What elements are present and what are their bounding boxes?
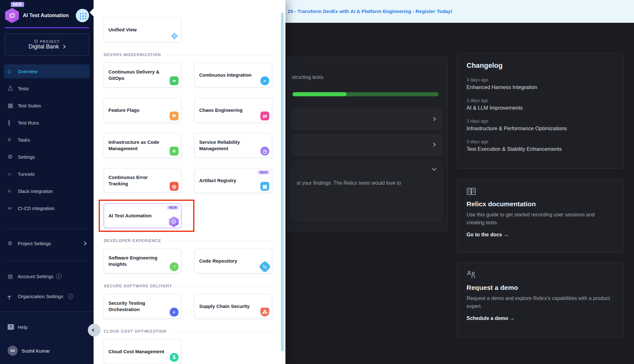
sidebar-collapse-handle[interactable] [88, 324, 101, 336]
sidebar-item-label: Account Settings [18, 274, 54, 279]
popover-scrollbar[interactable] [281, 13, 284, 351]
app-label: AI Test Automation [108, 213, 162, 219]
sidebar-item-tests[interactable]: Tests [4, 81, 90, 95]
grid-icon [80, 13, 81, 14]
request-demo-card: Request a demo Request a demo and explor… [457, 262, 624, 337]
chevron-right-icon [432, 143, 436, 147]
app-label: Cloud Cost Management [108, 348, 175, 355]
sidebar-item-organization-settings[interactable]: ┳ Organization Settings i [4, 287, 90, 306]
app-card-feature-flags[interactable]: Feature Flags ⚑ [104, 98, 181, 123]
sidebar-item-overview[interactable]: ⌂ Overview [4, 64, 90, 78]
user-menu[interactable]: SK Sushil Kumar [4, 344, 90, 358]
app-card-continuous-integration[interactable]: Continuous Integration ⌕ [194, 63, 272, 87]
app-label: Continuous Integration [199, 72, 262, 78]
app-card-cloud-cost-management[interactable]: Cloud Cost Management $ [104, 339, 181, 364]
gear-icon: ⚙ [8, 240, 18, 247]
onboarding-step-row-2[interactable] [292, 135, 442, 155]
app-card-continuous-error-tracking[interactable]: Continuous Error Tracking ◎ [104, 168, 181, 193]
app-card-chaos-engineering[interactable]: Chaos Engineering ⇄ [194, 98, 272, 123]
sidebar-item-help[interactable]: ? Help [4, 320, 90, 334]
sidebar-item-project-settings[interactable]: ⚙ Project Settings [4, 236, 90, 250]
changelog-entry-title: Infrastructure & Performance Optimizatio… [467, 125, 614, 131]
changelog-entry: 3 days ago Enhanced Harness Integration [467, 77, 614, 90]
app-card-supply-chain-security[interactable]: Supply Chain Security ⁂ [194, 294, 272, 319]
app-label: Supply Chain Security [199, 303, 260, 310]
expanded-step-text: st your findings. The Relicx team would … [297, 180, 401, 186]
pipeline-icon: ∞ [8, 205, 18, 212]
sidebar-header: AI Test Automation [4, 6, 89, 25]
help-chat-icon: ? [8, 324, 18, 330]
avatar: SK [8, 346, 18, 356]
project-name: Digital Bank [29, 43, 59, 50]
list-icon: ≡ [8, 137, 18, 143]
app-switcher-button[interactable] [76, 9, 89, 22]
app-card-continuous-delivery[interactable]: Continuous Delivery & GitOps ∞ [104, 63, 181, 87]
changelog-time: 3 days ago [467, 139, 614, 144]
cloud-cost-icon: $ [170, 353, 179, 362]
ai-test-automation-logo-icon [4, 8, 20, 23]
chevron-right-icon [62, 45, 66, 49]
sidebar-item-cicd-integration[interactable]: ∞ CI-CD integration [4, 201, 90, 215]
app-label: Software Engineering Insights [108, 255, 177, 268]
srm-icon: ◷ [260, 147, 269, 156]
supply-chain-icon: ⁂ [260, 308, 269, 316]
cube-icon [34, 39, 38, 43]
divider [4, 229, 89, 229]
app-root: 25 - Transform DevEx with AI & Platform … [0, 0, 634, 364]
app-label: Artifact Registry [199, 177, 247, 184]
onboarding-intro-text: structing tests. [292, 74, 324, 80]
app-card-service-reliability[interactable]: Service Reliability Management ◷ [194, 133, 272, 158]
sidebar-nav: ⌂ Overview Tests ▦ Test Suites ∥ Test Ru… [4, 64, 90, 218]
app-card-unified-view[interactable]: Unified View ❖ [104, 17, 181, 42]
app-card-code-repository[interactable]: Code Repository </> [194, 249, 272, 273]
sidebar-item-label: Project Settings [18, 241, 83, 246]
app-card-artifact-registry[interactable]: NEW Artifact Registry ▣ [194, 168, 272, 193]
cd-gitops-icon: ∞ [170, 76, 179, 85]
sidebar-item-test-suites[interactable]: ▦ Test Suites [4, 99, 90, 112]
app-card-software-engineering-insights[interactable]: Software Engineering Insights ◔ [104, 249, 181, 273]
sidebar-item-tunnels[interactable]: ∩ Tunnels [4, 167, 90, 181]
divider [4, 261, 89, 261]
chevron-down-icon [432, 166, 436, 171]
sidebar-item-tasks[interactable]: ≡ Tasks [4, 133, 90, 147]
sidebar-item-label: Organization Settings [18, 293, 65, 300]
section-secure: SECURE SOFTWARE DELIVERY [104, 284, 275, 288]
app-label: Continuous Error Tracking [108, 174, 177, 187]
sidebar-item-test-runs[interactable]: ∥ Test Runs [4, 116, 90, 130]
sto-icon: ⌕ [170, 308, 179, 316]
book-icon [467, 188, 614, 196]
app-row: Security Testing Orchestration ⌕ Supply … [104, 294, 285, 319]
sidebar-item-account-settings[interactable]: ▤ Account Settings i [4, 269, 90, 283]
app-card-security-testing-orchestration[interactable]: Security Testing Orchestration ⌕ [104, 294, 181, 319]
changelog-card: Changelog 3 days ago Enhanced Harness In… [457, 53, 624, 169]
code-repository-icon: </> [258, 260, 271, 273]
iac-icon: ⌗ [170, 147, 179, 156]
sidebar-item-settings[interactable]: ⚙ Settings [4, 150, 90, 164]
gear-icon: ⚙ [8, 153, 18, 160]
sidebar-item-slack-integration[interactable]: ⌗ Slack integration [4, 184, 90, 198]
project-selector[interactable]: PROJECT Digital Bank [4, 34, 89, 56]
sidebar: NEW AI Test Automation PROJECT Digital [0, 0, 94, 364]
people-icon [467, 271, 614, 280]
schedule-demo-link[interactable]: Schedule a demo → [467, 316, 614, 321]
onboarding-step-expanded[interactable]: st your findings. The Relicx team would … [292, 162, 442, 220]
go-to-docs-link[interactable]: Go to the docs → [467, 232, 614, 238]
app-label: Service Reliability Management [199, 139, 267, 152]
slack-icon: ⌗ [8, 188, 18, 195]
onboarding-step-row-1[interactable] [292, 109, 442, 130]
sidebar-item-label: CI-CD integration [18, 206, 55, 211]
sidebar-item-label: Tasks [18, 137, 30, 143]
app-card-iac-management[interactable]: Infrastructure as Code Management ⌗ [104, 133, 181, 158]
onboarding-card: structing tests. st your findings. The R… [287, 56, 448, 232]
chaos-icon: ⇄ [260, 112, 269, 120]
banner-link[interactable]: 25 - Transform DevEx with AI & Platform … [288, 9, 452, 14]
app-card-ai-test-automation[interactable]: NEW AI Test Automation [104, 203, 181, 228]
sidebar-item-label: Tests [18, 86, 29, 91]
section-line [177, 286, 275, 286]
info-icon: i [68, 294, 73, 299]
changelog-entry-title: Enhanced Harness Integration [467, 84, 614, 90]
sidebar-item-label: Slack integration [18, 188, 53, 194]
section-line [171, 331, 275, 332]
documentation-body: Use this guide to get started recording … [467, 211, 614, 227]
new-badge: NEW [258, 170, 270, 175]
